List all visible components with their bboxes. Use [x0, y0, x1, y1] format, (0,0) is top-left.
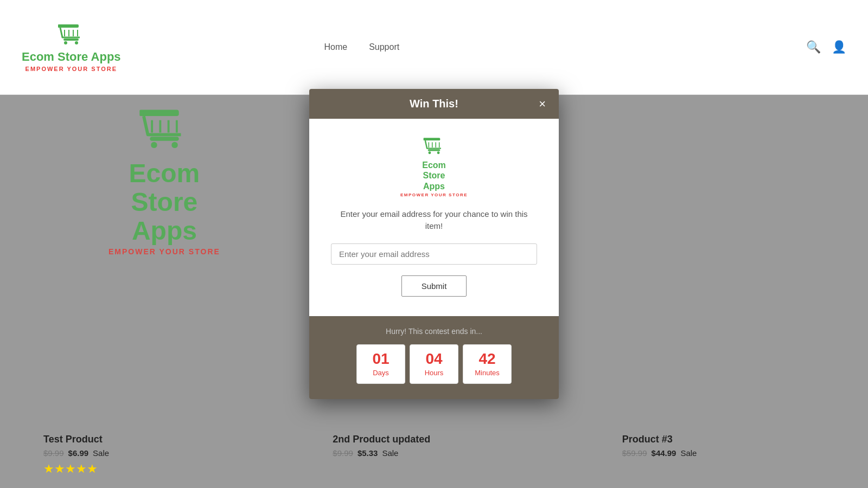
countdown-minutes-value: 42: [468, 351, 507, 367]
modal-overlay: Win This! ×: [0, 0, 868, 488]
svg-rect-19: [424, 138, 425, 140]
svg-point-22: [437, 152, 440, 155]
modal-logo: EcomStoreApps EMPOWER YOUR STORE: [400, 136, 468, 197]
modal-description: Enter your email address for your chance…: [331, 208, 537, 233]
countdown-days: 01 Days: [356, 344, 405, 384]
modal-cart-icon: [423, 136, 445, 159]
modal-title: Win This!: [410, 98, 458, 110]
countdown-hours: 04 Hours: [410, 344, 458, 384]
countdown-hours-label: Hours: [414, 369, 454, 377]
countdown-minutes: 42 Minutes: [463, 344, 512, 384]
countdown-days-label: Days: [361, 369, 400, 377]
email-input[interactable]: [331, 243, 537, 265]
submit-button[interactable]: Submit: [401, 275, 467, 297]
modal-close-button[interactable]: ×: [534, 96, 550, 112]
modal-logo-tagline: EMPOWER YOUR STORE: [400, 192, 468, 197]
countdown-days-value: 01: [361, 351, 400, 367]
countdown-boxes: 01 Days 04 Hours 42 Minutes: [356, 344, 512, 384]
svg-rect-20: [428, 149, 441, 151]
countdown-minutes-label: Minutes: [468, 369, 507, 377]
modal-footer: Hurry! This contest ends in... 01 Days 0…: [309, 316, 559, 399]
svg-point-21: [429, 152, 431, 155]
modal-body: EcomStoreApps EMPOWER YOUR STORE Enter y…: [309, 119, 559, 316]
countdown-label: Hurry! This contest ends in...: [386, 327, 482, 336]
svg-rect-18: [424, 138, 440, 140]
modal-header: Win This! ×: [309, 89, 559, 119]
modal: Win This! ×: [309, 89, 559, 399]
modal-logo-text: EcomStoreApps: [422, 160, 446, 191]
countdown-hours-value: 04: [414, 351, 454, 367]
